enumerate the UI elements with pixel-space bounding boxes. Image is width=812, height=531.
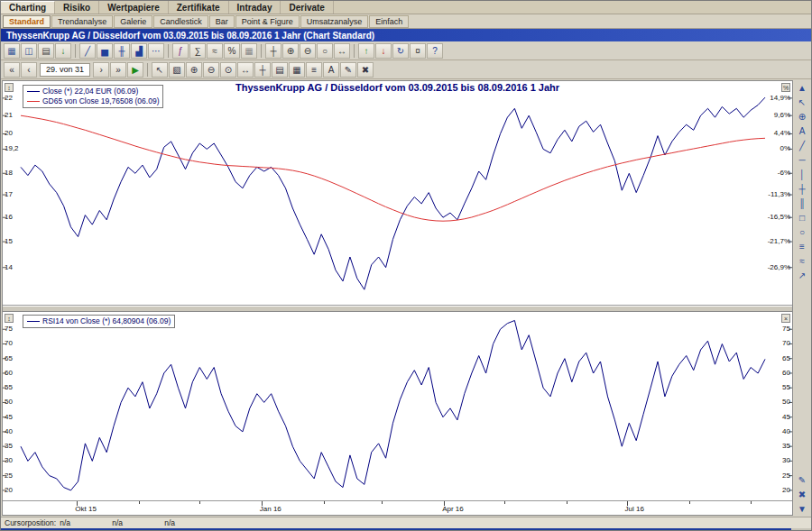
zigzag-icon[interactable]: ≈ <box>795 254 809 267</box>
x-axis-label: Okt 15 <box>75 505 97 513</box>
zoom-1-1-icon[interactable]: ⊙ <box>220 62 236 78</box>
sub-tab-einfach[interactable]: Einfach <box>369 15 409 28</box>
rectangle-icon[interactable]: □ <box>795 211 809 224</box>
rsi-panel[interactable]: RSI14 von Close (*) 64,80904 (06.09) ↕ ×… <box>3 312 792 500</box>
toolbar-separator <box>261 44 262 58</box>
sub-tab-galerie[interactable]: Galerie <box>114 15 152 28</box>
price-legend: Close (*) 22,04 EUR (06.09)GD65 von Clos… <box>23 85 163 108</box>
zoom-reset-icon[interactable]: ○ <box>317 43 333 59</box>
export-icon[interactable]: ↓ <box>55 43 71 59</box>
nav-last-icon[interactable]: » <box>110 62 126 78</box>
candlestick-icon[interactable]: ╫ <box>114 43 130 59</box>
x-axis-tick <box>751 501 752 504</box>
formula-icon[interactable]: ∑ <box>189 43 206 59</box>
zoom-out-icon[interactable]: ⊖ <box>203 62 219 78</box>
zoom-window-icon[interactable]: ▧ <box>169 62 185 78</box>
channel-icon[interactable]: ║ <box>795 197 809 209</box>
crosshair-icon[interactable]: ┼ <box>254 62 271 78</box>
x-axis-tick <box>324 501 325 504</box>
bar-chart-icon[interactable]: ▅ <box>97 43 113 59</box>
price-panel-scale-button[interactable]: ↕ <box>5 83 14 92</box>
print-icon[interactable]: ▤ <box>38 43 54 59</box>
sub-tab-umsatzanalyse[interactable]: Umsatzanalyse <box>300 15 369 28</box>
scroll-down-icon[interactable]: ▼ <box>795 502 809 515</box>
area-chart-icon[interactable]: ▟ <box>131 43 147 59</box>
hline-icon[interactable]: ─ <box>795 153 809 166</box>
rsi-panel-scale-button[interactable]: ↕ <box>5 314 14 323</box>
sub-tab-bar[interactable]: Bar <box>209 15 235 28</box>
percent-scale-icon[interactable]: % <box>224 43 240 59</box>
chart-canvas[interactable] <box>3 312 792 500</box>
zoom-tool-icon[interactable]: ⊕ <box>795 110 809 123</box>
zoom-in-icon[interactable]: ⊕ <box>186 62 202 78</box>
trendline-icon[interactable]: ╱ <box>795 139 809 151</box>
price-panel[interactable]: ThyssenKrupp AG / Düsseldorf vom 03.09.2… <box>3 81 792 306</box>
line-chart-icon[interactable]: ╱ <box>79 43 96 59</box>
price-panel-percent-button[interactable]: % <box>781 83 790 92</box>
drawing-toolbar: ▲↖⊕A╱─│┼║□○≡≈↗✎✖▼ <box>793 79 811 517</box>
nav-prev-icon[interactable]: ‹ <box>21 62 37 78</box>
draw-icon[interactable]: ✎ <box>340 62 356 78</box>
scroll-up-icon[interactable]: ▲ <box>795 81 809 94</box>
sub-tab-standard[interactable]: Standard <box>3 15 51 28</box>
fibonacci-icon[interactable]: ≡ <box>795 240 809 252</box>
up-trend-icon[interactable]: ↑ <box>358 43 374 59</box>
menu-tab-risiko[interactable]: Risiko <box>55 1 99 14</box>
erase-icon[interactable]: ✖ <box>357 62 374 78</box>
legend-toggle-icon[interactable]: ≡ <box>306 62 322 78</box>
refresh-icon[interactable]: ↻ <box>392 43 409 59</box>
vline-icon[interactable]: │ <box>795 168 809 180</box>
save-icon[interactable]: ◫ <box>21 43 37 59</box>
move-icon[interactable]: ↔ <box>334 43 350 59</box>
text-tool-icon[interactable]: A <box>323 62 339 78</box>
legend-label: GD65 von Close 19,76508 (06.09) <box>42 96 159 105</box>
select-icon[interactable]: ↖ <box>152 62 168 78</box>
new-chart-icon[interactable]: ▦ <box>4 43 20 59</box>
nav-first-icon[interactable]: « <box>4 62 20 78</box>
zoom-in-icon[interactable]: ⊕ <box>282 43 299 59</box>
chart-window-title: ThyssenKrupp AG / Düsseldorf vom 03.09.2… <box>1 29 811 41</box>
crosshair-icon[interactable]: ┼ <box>265 43 281 59</box>
grid-icon[interactable]: ▦ <box>241 43 257 59</box>
ellipse-icon[interactable]: ○ <box>795 225 809 238</box>
chart-canvas[interactable] <box>3 81 792 305</box>
arrow-icon[interactable]: ↗ <box>795 269 809 281</box>
text-tool-icon[interactable]: A <box>795 124 809 137</box>
menu-tab-wertpapiere[interactable]: Wertpapiere <box>99 1 169 14</box>
x-axis-tick <box>504 501 505 504</box>
zoom-out-icon[interactable]: ⊖ <box>300 43 316 59</box>
x-axis-tick <box>567 501 567 504</box>
pointer-icon[interactable]: ↖ <box>795 96 809 108</box>
pan-icon[interactable]: ↔ <box>237 62 254 78</box>
nav-play-icon[interactable]: ▶ <box>127 62 143 78</box>
settings-icon[interactable]: ¤ <box>410 43 426 59</box>
data-window-icon[interactable]: ▤ <box>272 62 288 78</box>
sub-tab-trendanalyse[interactable]: Trendanalyse <box>51 15 113 28</box>
menu-tab-derivate[interactable]: Derivate <box>281 1 333 14</box>
x-axis-tick <box>689 501 690 504</box>
grid-toggle-icon[interactable]: ▦ <box>289 62 305 78</box>
scatter-chart-icon[interactable]: ⋯ <box>148 43 164 59</box>
sub-tab-candlestick[interactable]: Candlestick <box>153 15 208 28</box>
x-axis-tick <box>382 501 383 504</box>
compare-icon[interactable]: ≈ <box>207 43 223 59</box>
cursor-position-value: n/a <box>164 518 217 527</box>
panel-splitter[interactable] <box>3 306 792 312</box>
chart-window-title-text: ThyssenKrupp AG / Düsseldorf vom 03.09.2… <box>6 31 374 41</box>
cursor-position-label: Cursorposition: <box>5 518 56 527</box>
delete-icon[interactable]: ✖ <box>795 488 809 500</box>
menu-tab-charting[interactable]: Charting <box>1 1 55 14</box>
help-icon[interactable]: ? <box>427 43 443 59</box>
main-area: ThyssenKrupp AG / Düsseldorf vom 03.09.2… <box>1 79 811 517</box>
nav-next-icon[interactable]: › <box>93 62 109 78</box>
pencil-icon[interactable]: ✎ <box>795 473 809 486</box>
indicator-icon[interactable]: ƒ <box>172 43 189 59</box>
menu-tab-zertifikate[interactable]: Zertifikate <box>169 1 229 14</box>
x-axis: Okt 15Jan 16Apr 16Jul 16 <box>3 500 792 515</box>
down-trend-icon[interactable]: ↓ <box>375 43 392 59</box>
rsi-panel-close-button[interactable]: × <box>781 314 790 323</box>
sub-tab-point-figure[interactable]: Point & Figure <box>235 15 300 28</box>
cross-icon[interactable]: ┼ <box>795 182 809 195</box>
toolbar-separator <box>168 44 169 58</box>
menu-tab-intraday[interactable]: Intraday <box>229 1 281 14</box>
